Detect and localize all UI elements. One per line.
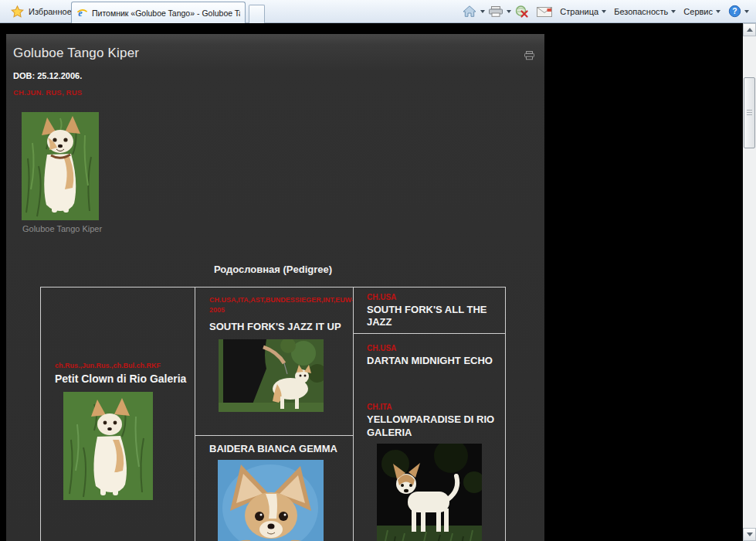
print-button[interactable] (485, 4, 507, 19)
help-menu-caret (744, 10, 749, 13)
tools-menu-label: Сервис (683, 7, 713, 16)
page-menu-label: Страница (560, 7, 598, 16)
scroll-up-button[interactable] (743, 23, 756, 36)
scrollbar-thumb[interactable] (744, 77, 755, 148)
sire-photo (63, 392, 153, 500)
printer-icon (489, 6, 503, 17)
star-icon (11, 5, 24, 18)
great3-photo (377, 444, 482, 541)
main-photo-caption: Goluboe Tango Kiper (22, 224, 102, 233)
pedigree-col-greatgrandparents: CH.USA SOUTH FORK'S ALL THE JAZZ CH.USA … (353, 288, 506, 541)
feeds-button[interactable] (511, 3, 533, 20)
svg-text:e: e (78, 8, 83, 19)
safety-menu-caret (671, 10, 676, 13)
pedigree-col-sire: ch.Rus.,Jun.Rus.,ch.Bul.ch.RKF Petit Clo… (40, 288, 195, 541)
grandsire-titles: CH.USA,ITA,AST,BUNDESSIEGER,INT,EUW-2005 (209, 295, 342, 315)
page-title: Goluboe Tango Kiper (13, 46, 139, 61)
feeds-unavailable-icon (515, 5, 529, 18)
page-viewport: Goluboe Tango Kiper DOB: 25.12.2006. CH.… (0, 23, 756, 541)
help-button[interactable]: ? (724, 2, 753, 20)
browser-toolbar: Избранное e Питомник «Goluboe Tango» - G… (0, 0, 756, 23)
granddam-photo (218, 460, 324, 541)
grandsire-photo (219, 339, 324, 412)
safety-menu-label: Безопасность (614, 7, 668, 16)
read-mail-button[interactable] (533, 4, 556, 19)
vertical-scrollbar[interactable] (743, 23, 756, 541)
page-menu-caret (602, 10, 606, 13)
new-tab-button[interactable] (249, 5, 265, 23)
grandsire-cell: CH.USA,ITA,AST,BUNDESSIEGER,INT,EUW-2005… (195, 288, 353, 436)
granddam-name: BAIDERA BIANCA GEMMA (209, 443, 342, 454)
sire-name: Petit Clown di Rio Galeria (55, 373, 187, 385)
grandsire-name: SOUTH FORK'S JAZZ IT UP (209, 321, 342, 332)
arrow-up-icon (747, 28, 753, 32)
favorites-label: Избранное (29, 7, 72, 16)
help-icon: ? (728, 5, 741, 18)
pedigree-table: ch.Rus.,Jun.Rus.,ch.Bul.ch.RKF Petit Clo… (40, 287, 506, 541)
champion-titles-text: CH.JUN. RUS, RUS (13, 88, 82, 97)
content-panel: Goluboe Tango Kiper DOB: 25.12.2006. CH.… (6, 34, 544, 541)
great3-name: YELLOWPARADISE DI RIO GALERIA (367, 413, 496, 439)
sire-titles: ch.Rus.,Jun.Rus.,ch.Bul.ch.RKF (55, 362, 187, 369)
print-page-icon[interactable] (524, 51, 534, 63)
granddam-cell: BAIDERA BIANCA GEMMA (195, 436, 353, 541)
arrow-down-icon (747, 532, 753, 536)
great1-cell: CH.USA SOUTH FORK'S ALL THE JAZZ (354, 288, 505, 334)
command-bar: Страница Безопасность Сервис ? (459, 0, 753, 22)
safety-menu-button[interactable]: Безопасность (610, 5, 680, 19)
great2-name: DARTAN MIDNIGHT ECHO (367, 355, 496, 367)
great2-titles: CH.USA (367, 344, 496, 352)
scroll-down-button[interactable] (743, 528, 756, 541)
ie-logo-icon: e (76, 7, 88, 19)
main-dog-photo (22, 112, 99, 220)
mail-icon (537, 6, 552, 17)
svg-text:?: ? (732, 7, 737, 15)
tab-title: Питомник «Goluboe Tango» - Goluboe Tango… (92, 9, 240, 18)
great1-titles: CH.USA (367, 293, 496, 301)
dob-text: DOB: 25.12.2006. (13, 71, 82, 80)
tools-menu-caret (716, 10, 720, 13)
great2-cell: CH.USA DARTAN MIDNIGHT ECHO (354, 334, 505, 367)
tools-menu-button[interactable]: Сервис (680, 5, 724, 19)
browser-tab-active[interactable]: e Питомник «Goluboe Tango» - Goluboe Tan… (71, 2, 246, 23)
pedigree-col-grandparents: CH.USA,ITA,AST,BUNDESSIEGER,INT,EUW-2005… (195, 288, 353, 541)
home-button[interactable] (459, 3, 480, 19)
great3-cell: CH.ITA YELLOWPARADISE DI RIO GALERIA (354, 367, 505, 541)
home-icon (463, 5, 476, 17)
favorites-button[interactable]: Избранное (3, 2, 80, 20)
page-menu-button[interactable]: Страница (556, 5, 610, 19)
pedigree-heading: Родословная (Pedigree) (40, 264, 506, 275)
great3-titles: CH.ITA (367, 403, 496, 411)
great1-name: SOUTH FORK'S ALL THE JAZZ (367, 304, 496, 329)
